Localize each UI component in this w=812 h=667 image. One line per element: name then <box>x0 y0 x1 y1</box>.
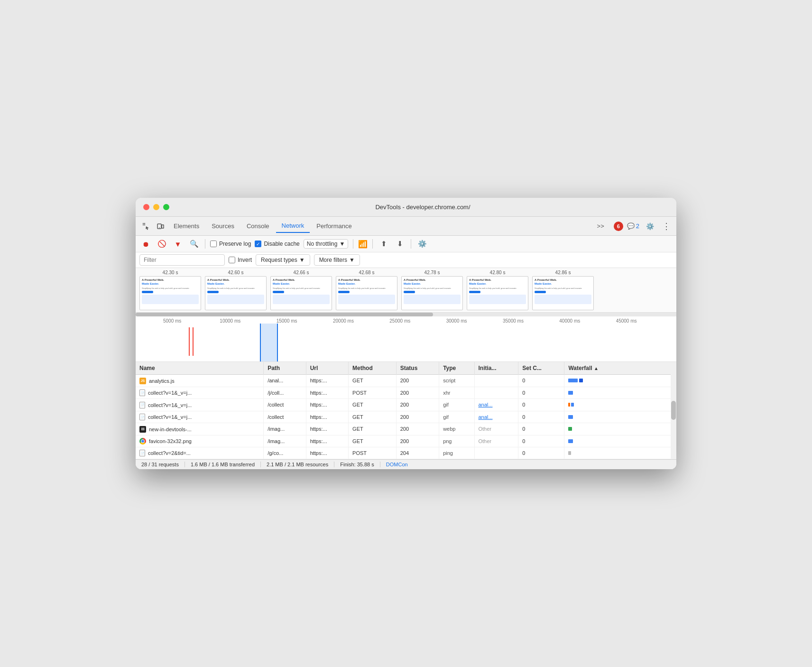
row-icon: JSanalytics.js <box>139 378 175 384</box>
pointer-icon[interactable] <box>139 220 153 233</box>
separator-4 <box>411 239 411 249</box>
request-types-btn[interactable]: Request types ▼ <box>256 254 310 266</box>
devtools-body: Elements Sources Console Network Perform… <box>136 217 676 469</box>
cell-type: webp <box>439 423 474 435</box>
svg-rect-3 <box>144 224 145 225</box>
doc-file-icon: 📄 <box>139 414 145 420</box>
disable-cache-label[interactable]: ✓ Disable cache <box>255 241 299 247</box>
screenshot-time-0: 42.30 s <box>163 270 178 275</box>
title-bar: DevTools - developer.chrome.com/ <box>136 198 676 217</box>
cell-initiator: anal... <box>474 411 518 423</box>
col-name[interactable]: Name <box>136 362 264 375</box>
cell-url: https:... <box>306 411 348 423</box>
ruler-mark-7: 40000 ms <box>559 318 616 324</box>
tab-performance[interactable]: Performance <box>311 220 357 232</box>
cell-waterfall <box>564 375 676 387</box>
network-table-wrapper[interactable]: Name Path Url Method Status Type Initia.… <box>136 362 676 459</box>
preserve-log-checkbox[interactable] <box>210 241 217 247</box>
initiator-link[interactable]: anal... <box>479 414 493 420</box>
ruler-mark-2: 15000 ms <box>277 318 333 324</box>
separator-2 <box>353 239 353 249</box>
timeline-selector[interactable] <box>260 324 278 361</box>
cell-status: 200 <box>396 399 439 411</box>
col-setc[interactable]: Set C... <box>518 362 564 375</box>
close-button[interactable] <box>143 204 149 210</box>
vertical-scrollbar[interactable] <box>671 362 676 459</box>
maximize-button[interactable] <box>163 204 169 210</box>
filter-input[interactable] <box>139 254 225 266</box>
screenshot-3[interactable]: 42.68 s A Powerful Web.Made Easier. Simp… <box>336 270 397 310</box>
tab-sources[interactable]: Sources <box>206 220 240 232</box>
network-table-container: Name Path Url Method Status Type Initia.… <box>136 362 676 459</box>
file-name: analytics.js <box>149 378 175 384</box>
record-btn[interactable]: ⏺ <box>139 238 152 250</box>
screenshot-2[interactable]: 42.66 s A Powerful Web.Made Easier. Simp… <box>270 270 332 310</box>
initiator-link[interactable]: anal... <box>479 402 493 408</box>
table-row[interactable]: favicon-32x32.png /imag... https:... GET… <box>136 435 676 447</box>
tab-console[interactable]: Console <box>241 220 275 232</box>
settings-icon[interactable]: ⚙️ <box>643 220 656 233</box>
clear-btn[interactable]: 🚫 <box>156 238 168 250</box>
invert-label[interactable]: Invert <box>229 257 252 263</box>
table-row[interactable]: 📄collect?v=1&_v=j... /collect https:... … <box>136 399 676 411</box>
preserve-log-label[interactable]: Preserve log <box>210 241 251 247</box>
svg-rect-1 <box>144 223 145 224</box>
col-url[interactable]: Url <box>306 362 348 375</box>
search-btn[interactable]: 🔍 <box>188 238 200 250</box>
disable-cache-checkbox[interactable]: ✓ <box>255 241 261 247</box>
waterfall-bar <box>568 414 673 420</box>
more-tabs-btn[interactable]: >> <box>591 220 610 232</box>
timeline-ruler: 5000 ms 10000 ms 15000 ms 20000 ms 25000… <box>139 318 673 324</box>
screenshot-4[interactable]: 42.78 s A Powerful Web.Made Easier. Simp… <box>401 270 463 310</box>
screenshot-5[interactable]: 42.80 s A Powerful Web.Made Easier. Simp… <box>467 270 528 310</box>
cell-waterfall <box>564 399 676 411</box>
tab-network[interactable]: Network <box>276 219 310 233</box>
img-file-icon: 🖼 <box>139 426 146 433</box>
timeline-graph[interactable] <box>163 324 673 361</box>
table-row[interactable]: 🖼new-in-devtools-... /imag... https:... … <box>136 423 676 435</box>
cell-path: /imag... <box>264 423 306 435</box>
table-row[interactable]: 📄collect?v=1&_v=j... /collect https:... … <box>136 411 676 423</box>
file-name: collect?v=2&tid=... <box>148 450 191 456</box>
table-row[interactable]: JSanalytics.js /anal... https:... GET 20… <box>136 375 676 387</box>
device-icon[interactable] <box>154 220 167 233</box>
network-settings-icon[interactable]: ⚙️ <box>416 238 428 250</box>
waterfall-bar <box>568 389 673 396</box>
table-row[interactable]: 📄collect?v=1&_v=j... /j/coll... https:..… <box>136 387 676 399</box>
more-options-btn[interactable]: ⋮ <box>660 221 673 232</box>
col-path[interactable]: Path <box>264 362 306 375</box>
cell-setc: 0 <box>518 411 564 423</box>
cell-initiator: Other <box>474 435 518 447</box>
tab-elements[interactable]: Elements <box>168 220 205 232</box>
timeline-marker-red-1 <box>189 327 190 356</box>
col-initiator[interactable]: Initia... <box>474 362 518 375</box>
screenshots-scrollbar-thumb[interactable] <box>136 313 433 316</box>
invert-checkbox[interactable] <box>229 257 235 263</box>
more-filters-btn[interactable]: More filters ▼ <box>314 254 360 266</box>
minimize-button[interactable] <box>153 204 159 210</box>
table-row[interactable]: 📄collect?v=2&tid=... /g/co... https:... … <box>136 447 676 459</box>
cell-name: favicon-32x32.png <box>136 435 264 447</box>
vertical-scrollbar-thumb[interactable] <box>671 401 676 420</box>
screenshots-scrollbar[interactable] <box>136 313 676 316</box>
col-type[interactable]: Type <box>439 362 474 375</box>
transferred-size: 1.6 MB / 1.6 MB transferred <box>185 462 261 467</box>
cell-method: POST <box>349 387 397 399</box>
upload-icon[interactable]: ⬆ <box>378 238 390 250</box>
screenshot-time-3: 42.68 s <box>359 270 375 275</box>
screenshot-6[interactable]: 42.86 s A Powerful Web.Made Easier. Simp… <box>532 270 594 310</box>
cell-status: 200 <box>396 387 439 399</box>
screenshot-0[interactable]: 42.30 s A Powerful Web.Made Easier. Simp… <box>139 270 201 310</box>
throttle-select[interactable]: No throttling ▼ <box>304 239 349 249</box>
separator-1 <box>205 239 205 249</box>
waterfall-bar <box>568 426 673 432</box>
col-status[interactable]: Status <box>396 362 439 375</box>
cell-type: gif <box>439 411 474 423</box>
screenshot-1[interactable]: 42.60 s A Powerful Web.Made Easier. Simp… <box>205 270 267 310</box>
col-method[interactable]: Method <box>349 362 397 375</box>
download-icon[interactable]: ⬇ <box>394 238 406 250</box>
cell-url: https:... <box>306 375 348 387</box>
col-waterfall[interactable]: Waterfall ▲ <box>564 362 676 375</box>
filter-icon[interactable]: ▼ <box>172 238 184 250</box>
cell-initiator <box>474 375 518 387</box>
